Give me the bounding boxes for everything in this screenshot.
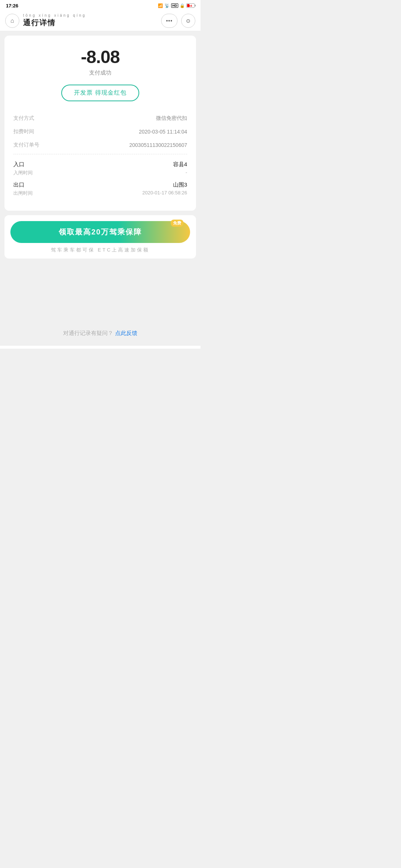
battery-indicator: 16 (186, 3, 195, 8)
footer-static-text: 对通行记录有疑问？ (63, 330, 113, 336)
exit-time-row: 出闸时间 2020-01-17 06:58:26 (13, 189, 187, 199)
entry-row: 入口 容县4 (13, 158, 187, 169)
detail-card: -8.08 支付成功 开发票 得现金红包 支付方式 微信免密代扣 扣费时间 20… (4, 36, 196, 211)
entry-time-row: 入闸时间 - (13, 169, 187, 178)
nav-title-area: tōng xíng xiáng qíng 通行详情 (23, 13, 161, 28)
insurance-banner-button[interactable]: 领取最高20万驾乘保障 免费 (10, 221, 190, 243)
hd-badge: HD (171, 3, 178, 8)
pay-method-label: 支付方式 (13, 115, 34, 122)
info-section: 支付方式 微信免密代扣 扣费时间 2020-03-05 11:14:04 支付订… (13, 112, 187, 152)
nav-right: ••• ⊙ (161, 14, 195, 28)
exit-time-value: 2020-01-17 06:58:26 (142, 190, 187, 197)
pay-method-value: 微信免密代扣 (156, 115, 187, 122)
status-bar: 17:26 📶 📡 HD 🔒 16 (0, 0, 200, 10)
entry-value: 容县4 (173, 161, 187, 168)
exit-time-label: 出闸时间 (13, 190, 33, 197)
home-icon: ⌂ (10, 17, 14, 24)
status-icons: 📶 📡 HD 🔒 16 (158, 3, 195, 8)
footer: 对通行记录有疑问？ 点此反馈 (4, 322, 196, 346)
banner-card: 领取最高20万驾乘保障 免费 驾车乘车都可保 ETC上高速加保额 (4, 215, 196, 259)
wifi-icon: 📡 (164, 3, 170, 8)
banner-badge: 免费 (171, 220, 183, 227)
main-content: -8.08 支付成功 开发票 得现金红包 支付方式 微信免密代扣 扣费时间 20… (0, 31, 200, 346)
order-no-label: 支付订单号 (13, 142, 39, 148)
amount-section: -8.08 支付成功 (13, 47, 187, 76)
nav-pinyin: tōng xíng xiáng qíng (23, 13, 161, 17)
lock-icon: 🔒 (180, 3, 185, 8)
signal-icon: 📶 (158, 3, 163, 8)
banner-btn-text: 领取最高20万驾乘保障 (59, 227, 142, 237)
pay-status: 支付成功 (13, 69, 187, 76)
order-no-value: 20030511130022150607 (129, 142, 187, 148)
invoice-button[interactable]: 开发票 得现金红包 (61, 85, 139, 101)
charge-time-row: 扣费时间 2020-03-05 11:14:04 (13, 125, 187, 138)
section-divider (13, 154, 187, 154)
entry-label: 入口 (13, 161, 25, 168)
banner-subtitle: 驾车乘车都可保 ETC上高速加保额 (10, 247, 190, 253)
navbar: ⌂ tōng xíng xiáng qíng 通行详情 ••• ⊙ (0, 10, 200, 31)
scan-button[interactable]: ⊙ (181, 14, 195, 28)
charge-time-label: 扣费时间 (13, 128, 34, 135)
exit-row: 出口 山围3 (13, 178, 187, 189)
status-time: 17:26 (6, 3, 18, 9)
feedback-link[interactable]: 点此反馈 (115, 330, 137, 336)
order-no-row: 支付订单号 20030511130022150607 (13, 138, 187, 152)
scan-icon: ⊙ (186, 18, 191, 24)
exit-label: 出口 (13, 181, 25, 188)
page-title: 通行详情 (23, 18, 161, 28)
entry-exit-section: 入口 容县4 入闸时间 - 出口 山围3 出闸时间 2020-01-17 06:… (13, 157, 187, 200)
more-button[interactable]: ••• (161, 14, 177, 28)
entry-time-label: 入闸时间 (13, 170, 33, 176)
home-button[interactable]: ⌂ (5, 14, 19, 28)
bottom-bar (0, 346, 200, 349)
exit-value: 山围3 (173, 181, 187, 188)
entry-time-value: - (186, 170, 187, 176)
more-icon: ••• (166, 18, 173, 24)
transaction-amount: -8.08 (13, 47, 187, 67)
pay-method-row: 支付方式 微信免密代扣 (13, 112, 187, 125)
charge-time-value: 2020-03-05 11:14:04 (139, 129, 187, 135)
